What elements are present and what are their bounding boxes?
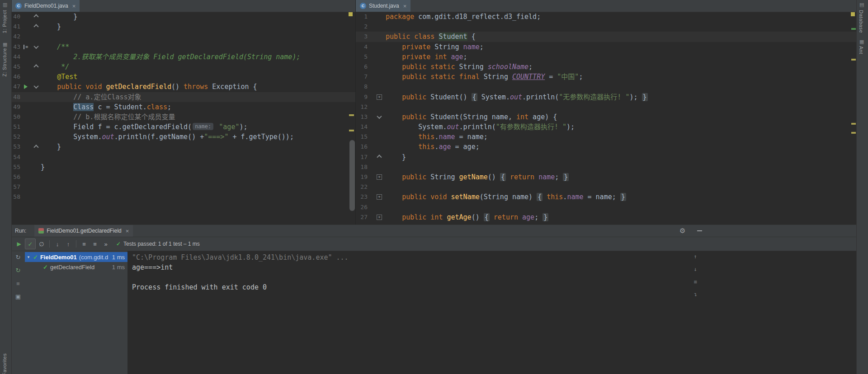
code-line[interactable]: 12 [356, 102, 857, 112]
fold-down-icon[interactable] [31, 42, 41, 52]
rerun-failed-icon[interactable]: ↻ [14, 266, 23, 275]
fold-down-icon[interactable] [373, 112, 386, 122]
more-options-chevrons[interactable]: » [101, 239, 111, 249]
fold-plus-icon[interactable]: + [373, 92, 386, 102]
code-line[interactable]: 49 Class c = Student.class; [11, 102, 355, 112]
sort-by-duration-button[interactable]: ↑ [63, 239, 73, 249]
editor-body-0[interactable]: 40 }41 }4243≡ /**44 2.获取某个成员变量对象 Field g… [11, 12, 355, 224]
fold-up-icon[interactable] [31, 22, 41, 32]
editor-scrollbar[interactable] [349, 140, 355, 211]
code-line[interactable]: 9+ public Student() { System.out.println… [356, 92, 857, 102]
java-class-icon: C [15, 3, 22, 9]
code-line[interactable]: 1package com.gdit.d18_reflect.d3_field; [356, 12, 857, 22]
fold-plus-icon[interactable]: + [373, 192, 386, 202]
tree-expand-icon[interactable]: ▼ [27, 255, 31, 259]
stop-icon[interactable]: ■ [14, 279, 23, 288]
scroll-up-icon[interactable]: ↑ [691, 252, 699, 261]
monitor-icon[interactable]: ▥ [3, 2, 7, 8]
rerun-icon[interactable]: ↻ [14, 252, 23, 262]
inspection-icon[interactable]: ≡ [20, 42, 31, 52]
code-line[interactable]: 42 [11, 32, 355, 42]
code-line[interactable]: 8 [356, 82, 857, 92]
code-line[interactable]: 23+ public void setName(String name) { t… [356, 192, 857, 202]
ant-icon[interactable]: ▦ [859, 39, 864, 45]
code-line[interactable]: 16 this.age = age; [356, 142, 857, 152]
code-line[interactable]: 5 private int age; [356, 52, 857, 62]
code-line[interactable]: 7 public static final String COUNTTRY = … [356, 72, 857, 82]
fold-down-icon[interactable] [31, 82, 41, 92]
fold-plus-icon[interactable]: + [373, 172, 386, 182]
code-line[interactable]: 15 this.name = name; [356, 132, 857, 142]
tab-fielddemo01[interactable]: C FieldDemo01.java × [11, 0, 80, 12]
code-line[interactable]: 19+ public String getName() { return nam… [356, 172, 857, 182]
snapshot-icon[interactable]: ▣ [14, 292, 23, 301]
code-line[interactable]: 45 */ [11, 62, 355, 72]
code-line[interactable]: 17 } [356, 152, 857, 162]
code-line[interactable]: 48 // a.定位Class对象 [11, 92, 355, 102]
code-line[interactable]: 18 [356, 162, 857, 172]
code-line[interactable]: 53 } [11, 142, 355, 152]
code-line[interactable]: 22 [356, 182, 857, 192]
code-line[interactable]: 46 @Test [11, 72, 355, 82]
gutter-spacer [368, 42, 373, 52]
show-passed-toggle[interactable]: ✓ [25, 238, 36, 249]
code-line[interactable]: 50 // b.根据名称定位某个成员变量 [11, 112, 355, 122]
close-icon[interactable]: × [72, 3, 76, 9]
run-test-icon[interactable] [20, 82, 31, 92]
close-icon[interactable]: × [126, 228, 129, 234]
sort-alphabetically-button[interactable]: ↓ [52, 239, 62, 249]
fold-up-icon[interactable] [373, 152, 386, 162]
code-line[interactable]: 44 2.获取某个成员变量对象 Field getDeclaredField(S… [11, 52, 355, 62]
collapse-all-button[interactable]: ≡ [90, 239, 100, 249]
code-line[interactable]: 26 [356, 202, 857, 212]
code-line[interactable]: 40 } [11, 12, 355, 22]
code-line[interactable]: 2 [356, 22, 857, 32]
structure-icon[interactable]: ▦ [3, 42, 7, 47]
code-line[interactable]: 56 [11, 172, 355, 182]
run-tab[interactable]: FieldDemo01.getDeclaredField × [34, 225, 133, 237]
code-line[interactable]: 47 public void getDeclaredField() throws… [11, 82, 355, 92]
test-tree-row[interactable]: ✓getDeclaredField1 ms [25, 262, 127, 272]
fold-up-icon[interactable] [31, 62, 41, 72]
code-line[interactable]: 55} [11, 162, 355, 172]
code-text [41, 152, 355, 162]
soft-wrap-icon[interactable]: ≡ [691, 278, 699, 286]
tool-button-database[interactable]: Database [859, 10, 864, 33]
fold-up-icon[interactable] [31, 142, 41, 152]
gear-icon[interactable]: ⚙ [679, 227, 685, 235]
gutter-spacer [368, 172, 373, 182]
code-line[interactable]: 4 private String name; [356, 42, 857, 52]
scroll-down-icon[interactable]: ↓ [691, 265, 699, 273]
code-line[interactable]: 54 [11, 152, 355, 162]
scroll-to-end-icon[interactable]: ↴ [691, 290, 699, 299]
tool-button-project[interactable]: 1: Project [2, 10, 7, 33]
test-package: (com.gdit.d [79, 254, 108, 261]
code-line[interactable]: 6 public static String schoolName; [356, 62, 857, 72]
tab-student[interactable]: C Student.java × [356, 0, 410, 12]
expand-all-button[interactable]: ≡ [79, 239, 89, 249]
fold-plus-icon[interactable]: + [373, 212, 386, 222]
close-icon[interactable]: × [403, 3, 407, 9]
code-line[interactable]: 41 } [11, 22, 355, 32]
rerun-tests-button[interactable]: ▶ [14, 239, 24, 249]
tool-button-favorites[interactable]: Favorites [2, 353, 7, 374]
tool-button-ant[interactable]: Ant [859, 46, 864, 54]
code-line[interactable]: 58 [11, 192, 355, 202]
tool-button-structure[interactable]: Z: Structure [2, 48, 7, 76]
code-line[interactable]: 51 Field f = c.getDeclaredField(name: "a… [11, 122, 355, 132]
fold-up-icon[interactable] [31, 12, 41, 22]
code-line[interactable]: 57 [11, 182, 355, 192]
code-line[interactable]: 27+ public int getAge() { return age; } [356, 212, 857, 222]
code-line[interactable]: 3public class Student { [356, 32, 857, 42]
console-output[interactable]: "C:\Program Files\Java\jdk1.8.0_241\bin\… [127, 251, 857, 374]
show-ignored-toggle[interactable]: ∅ [37, 239, 47, 249]
editor-body-1[interactable]: 1package com.gdit.d18_reflect.d3_field;2… [356, 12, 857, 224]
gutter-spacer [20, 22, 31, 32]
test-tree-row[interactable]: ▼✓FieldDemo01(com.gdit.d1 ms [25, 252, 127, 262]
code-line[interactable]: 43≡ /** [11, 42, 355, 52]
minimize-icon[interactable] [697, 230, 702, 231]
code-line[interactable]: 14 System.out.println("有参数构造器执行! "); [356, 122, 857, 132]
database-icon[interactable]: ▤ [859, 2, 864, 8]
code-line[interactable]: 52 System.out.println(f.getName() +"===>… [11, 132, 355, 142]
code-line[interactable]: 13 public Student(String name, int age) … [356, 112, 857, 122]
